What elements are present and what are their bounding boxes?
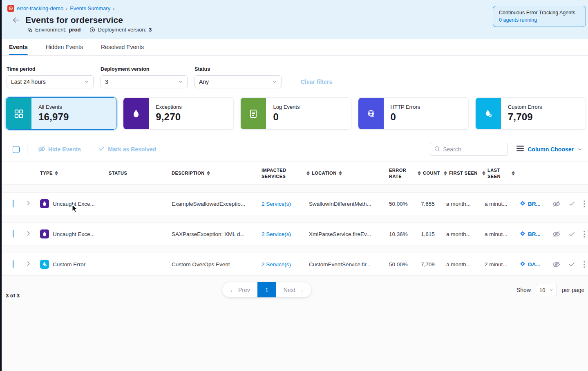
col-first-seen[interactable]: FIRST SEEN (449, 170, 478, 176)
chevron-right-icon[interactable] (22, 230, 31, 236)
deployment-version-select[interactable]: 3 (101, 75, 188, 88)
mark-resolved-button[interactable]: Mark as Resolved (98, 145, 156, 153)
ticket-link[interactable]: DA... (515, 261, 548, 268)
grid-icon (6, 98, 31, 129)
card-value: 7,709 (508, 111, 542, 123)
impacted-services-link[interactable]: 2 Service(s) (257, 201, 304, 207)
stat-card-log-events[interactable]: Log Events 0 (240, 97, 351, 130)
mark-resolved-label: Mark as Resolved (108, 146, 156, 153)
resolve-event-icon[interactable] (568, 231, 575, 238)
impacted-services-link[interactable]: 2 Service(s) (257, 231, 304, 237)
table-row[interactable]: Uncaught Exce... ExampleSwallowedExcepti… (2, 192, 588, 215)
tab-resolved-events[interactable]: Resolved Events (101, 39, 144, 55)
collapsed-nav-strip (0, 0, 2, 371)
stat-card-all-events[interactable]: All Events 16,979 (6, 97, 116, 130)
page-title: Events for orderservice (25, 15, 123, 25)
hide-events-button[interactable]: Hide Events (38, 145, 81, 154)
event-count: 7,655 (415, 201, 441, 207)
error-rate: 50.00% (384, 261, 415, 268)
col-description[interactable]: DESCRIPTION (172, 170, 205, 176)
search-input[interactable] (443, 146, 500, 153)
prev-page-button[interactable]: ←Prev (222, 282, 257, 297)
kebab-menu-icon[interactable] (584, 261, 585, 268)
event-location: XmlParseService.fireEv... (304, 231, 384, 237)
event-type: Uncaught Exce... (53, 231, 95, 237)
select-all-checkbox[interactable] (13, 146, 20, 153)
stat-card-custom-errors[interactable]: Custom Errors 7,709 (475, 97, 586, 130)
hamburger-icon (516, 146, 524, 153)
row-checkbox[interactable] (13, 230, 13, 238)
ticket-link[interactable]: BR... (515, 200, 548, 207)
agents-running-link[interactable]: 0 agents running (499, 17, 580, 23)
resolve-event-icon[interactable] (568, 200, 575, 207)
arrow-right-icon: → (298, 287, 304, 293)
deployment-version-icon (89, 27, 95, 33)
sort-icon[interactable] (482, 171, 485, 175)
status-value: Any (199, 79, 209, 85)
first-seen: a month... (441, 261, 480, 268)
page-size-select[interactable]: 10 (536, 284, 557, 296)
table-row[interactable]: Uncaught Exce... SAXParseException: XML … (2, 223, 588, 245)
ticket-link[interactable]: BR... (515, 231, 548, 238)
time-period-select[interactable]: Last 24 hours (7, 75, 94, 88)
first-seen: a month... (441, 201, 480, 207)
event-count: 1,615 (415, 231, 441, 237)
resolve-event-icon[interactable] (568, 261, 575, 268)
chevron-right-icon[interactable] (22, 261, 31, 267)
col-type[interactable]: TYPE (40, 170, 53, 176)
flame-icon (40, 229, 49, 238)
card-label: HTTP Errors (391, 104, 420, 110)
chevron-right-icon[interactable] (22, 200, 31, 206)
deployment-version-value: 3 (105, 79, 108, 85)
kebab-menu-icon[interactable] (584, 200, 585, 207)
deployment-version-label: Deployment version (101, 66, 188, 72)
sort-icon[interactable] (306, 171, 310, 175)
breadcrumb-project-link[interactable]: error-tracking-demo (17, 5, 63, 11)
status-select[interactable]: Any (195, 75, 282, 88)
environment-label: Environment: (35, 27, 67, 33)
breadcrumb-separator-icon: › (113, 6, 114, 11)
sort-icon[interactable] (418, 171, 421, 175)
stat-card-exceptions[interactable]: Exceptions 9,270 (123, 97, 234, 130)
per-page-label: per page (562, 287, 584, 293)
card-value: 0 (391, 111, 420, 123)
error-rate: 10.36% (384, 231, 415, 237)
globe-icon (358, 98, 384, 129)
hide-event-icon[interactable] (552, 200, 560, 208)
card-value: 0 (273, 111, 300, 123)
next-page-button[interactable]: Next→ (276, 282, 311, 297)
kebab-menu-icon[interactable] (584, 231, 585, 238)
tab-events[interactable]: Events (9, 39, 28, 55)
page-number-button[interactable]: 1 (257, 282, 276, 297)
col-count[interactable]: COUNT (423, 170, 440, 176)
bulk-actions-toolbar: Hide Events Mark as Resolved Column Choo… (2, 137, 588, 162)
page-header: error-tracking-demo › Events Summary › E… (2, 0, 588, 39)
col-last-seen[interactable]: LAST SEEN (487, 167, 510, 179)
stat-card-http-errors[interactable]: HTTP Errors 0 (358, 97, 469, 130)
table-header-row: TYPE STATUS DESCRIPTION IMPACTED SERVICE… (2, 162, 588, 185)
sort-icon[interactable] (55, 171, 58, 175)
event-type: Custom Error (53, 261, 85, 268)
tab-hidden-events[interactable]: Hidden Events (46, 39, 83, 55)
ticket-id: BR... (528, 201, 541, 207)
row-checkbox[interactable] (13, 260, 13, 268)
back-arrow-icon[interactable] (11, 16, 20, 25)
row-checkbox[interactable] (13, 200, 13, 207)
table-row[interactable]: Custom Error Custom OverOps Event 2 Serv… (2, 253, 588, 276)
hide-event-icon[interactable] (552, 261, 560, 268)
sort-icon[interactable] (512, 171, 515, 175)
breadcrumb-section-link[interactable]: Events Summary (70, 5, 110, 11)
col-error-rate: ERROR RATE (389, 167, 415, 179)
clear-filters-button[interactable]: Clear filters (301, 79, 332, 85)
card-label: Custom Errors (508, 104, 542, 110)
impacted-services-link[interactable]: 2 Service(s) (257, 261, 304, 268)
sort-icon[interactable] (444, 171, 447, 175)
search-icon (434, 146, 440, 153)
hide-event-icon[interactable] (552, 230, 560, 238)
sort-icon[interactable] (207, 171, 210, 175)
sort-icon[interactable] (339, 171, 342, 175)
event-description: ExampleSwallowedExceptio... (166, 201, 257, 207)
column-chooser-button[interactable]: Column Chooser (516, 146, 582, 153)
col-location[interactable]: LOCATION (312, 170, 337, 176)
agents-status-card[interactable]: Continuous Error Tracking Agents 0 agent… (493, 6, 586, 27)
